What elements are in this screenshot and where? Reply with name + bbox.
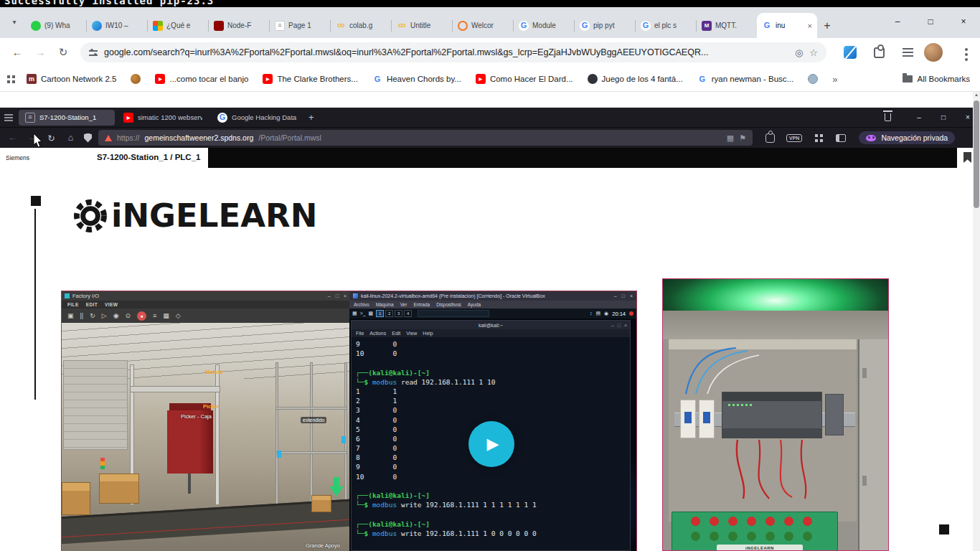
google-icon: G: [372, 74, 382, 84]
reload-button[interactable]: ↻: [55, 44, 72, 61]
firefox-minimize-button[interactable]: –: [907, 108, 931, 127]
tab-label: colab.g: [349, 22, 386, 29]
tracking-shield-icon[interactable]: [84, 133, 92, 143]
extension-feather-icon[interactable]: [844, 46, 857, 59]
bookmark-heaven-chords-by-[interactable]: GHeaven Chords by...: [372, 74, 461, 84]
tab-close-icon[interactable]: ×: [808, 22, 812, 30]
forward-button[interactable]: →: [32, 44, 49, 61]
terminal-line: [356, 358, 626, 367]
site-bookmark-icon[interactable]: [963, 152, 971, 163]
bookmark-star-icon[interactable]: ☆: [809, 47, 818, 58]
maximize-button[interactable]: □: [914, 7, 947, 38]
workspace-1: 1: [376, 310, 384, 317]
bookmark--como-tocar-el-banjo[interactable]: ▶...como tocar el banjo: [155, 74, 248, 84]
chrome-window-controls: – □ ×: [881, 7, 980, 38]
chrome-tab-inu[interactable]: Ginu×: [757, 13, 817, 38]
firefox-url-bar[interactable]: https://gemeinschaftweener2.spdns.org/Po…: [98, 130, 753, 146]
containers-grid-icon[interactable]: [815, 134, 823, 142]
firefox-back-button[interactable]: ←: [4, 133, 21, 143]
site-header-band: [208, 148, 957, 168]
site-header-strip: Siemens S7-1200-Station_1 / PLC_1: [0, 148, 980, 168]
label-motor2: Motor2: [205, 369, 223, 375]
bookmark-como-hacer-el-dard-[interactable]: ▶Como Hacer El Dard...: [476, 74, 573, 84]
bookmarks-overflow-chevron[interactable]: »: [832, 74, 837, 85]
sidebar-toggle-icon[interactable]: [836, 134, 846, 142]
tag-marker: [277, 451, 281, 458]
terminal-line: 1 1: [356, 387, 626, 396]
bookmark-globe[interactable]: [808, 74, 818, 84]
minimize-button[interactable]: –: [881, 7, 914, 38]
tab-label: IW10 –: [105, 22, 142, 29]
reading-list-icon[interactable]: [903, 48, 913, 57]
virtualbox-menubar: ArchivoMáquinaVerEntradaDispositivosAyud…: [349, 301, 636, 309]
toolbar-icon: ↻: [90, 312, 95, 319]
scrollbar-thumb[interactable]: [974, 100, 979, 208]
picker-machine: [167, 410, 213, 474]
door-hinge: [862, 368, 867, 378]
maximize-icon: □: [336, 293, 339, 298]
terminal-line: [356, 481, 626, 491]
address-bar[interactable]: google.com/search?q=inurl%3A%2Fportal%2F…: [80, 42, 826, 62]
firefox-extensions-icon[interactable]: [765, 133, 775, 143]
firefox-reload-button[interactable]: ↻: [43, 133, 60, 143]
bookmark-cookie[interactable]: [131, 74, 141, 84]
chrome-tab-welcor[interactable]: Welcor: [453, 13, 513, 38]
workspace-3: 3: [395, 310, 402, 317]
profile-avatar[interactable]: [924, 43, 943, 62]
menu-kebab-icon[interactable]: [965, 53, 968, 56]
chrome-tab-pip-pyt[interactable]: Gpip pyt: [575, 13, 635, 38]
chrome-tab-iw10-[interactable]: IW10 –: [87, 13, 147, 38]
tab-label: Welcor: [471, 22, 508, 29]
chrome-tab-page-1[interactable]: ≡Page 1: [270, 13, 330, 38]
chrome-tab-module[interactable]: GModule: [514, 13, 574, 38]
chrome-tab--qu-e[interactable]: ¿Qué e: [148, 13, 208, 38]
new-tab-button[interactable]: +: [818, 17, 837, 35]
firefox-forward-button[interactable]: →: [24, 133, 40, 143]
firefox-tab-s7-1200-station_1[interactable]: ≡S7-1200-Station_1: [19, 110, 115, 126]
chrome-tab-untitle[interactable]: COUntitle: [392, 13, 452, 38]
chrome-tab-colab-g[interactable]: COcolab.g: [331, 13, 391, 38]
google-icon: G: [762, 21, 772, 31]
bookmark-juego-de-los-4-fant-[interactable]: Juego de los 4 fantá...: [588, 74, 683, 84]
apps-grid-icon[interactable]: [7, 75, 15, 83]
bookmark-ryan-newman-busc-[interactable]: Gryan newman - Busc...: [697, 74, 793, 84]
label-grande-apoyo: Grande Apoyo: [306, 542, 340, 549]
tab-search-chevron-icon[interactable]: ▾: [6, 14, 23, 31]
chrome-tab-node-f[interactable]: Node-F: [209, 13, 269, 38]
all-bookmarks-button[interactable]: All Bookmarks: [903, 75, 971, 83]
firefox-tab-simatic-1200-webserver-y[interactable]: ▶simatic 1200 webserver - Y: [117, 110, 209, 126]
firefox-home-button[interactable]: ⌂: [62, 133, 79, 143]
chrome-tab-el-plc-s[interactable]: Gel plc s: [636, 13, 696, 38]
video-player[interactable]: Factory I/O – □ × FILEEDITVIEW ▣||↻▷◉⊙●≡…: [61, 291, 637, 551]
bookmarks-list: mCartoon Network 2.5▶...como tocar el ba…: [27, 74, 818, 84]
close-button[interactable]: ×: [947, 7, 980, 38]
url-path: /Portal/Portal.mwsl: [258, 133, 721, 142]
google-icon: G: [641, 21, 651, 31]
terminal-line: 3 0: [356, 405, 626, 415]
cabinet-wall: [663, 311, 888, 339]
tab-list-icon[interactable]: [4, 114, 13, 121]
trash-icon[interactable]: [885, 113, 891, 121]
factoryio-title: Factory I/O: [72, 293, 99, 299]
bookmark-the-clarke-brothers-[interactable]: ▶The Clarke Brothers...: [263, 74, 357, 84]
menu-item: Archivo: [354, 302, 369, 307]
chrome-tab--9-wha[interactable]: (9) Wha: [26, 13, 86, 38]
firefox-new-tab-button[interactable]: +: [308, 112, 314, 123]
bookmark-flag-icon[interactable]: ⚑: [739, 133, 746, 143]
video-play-button[interactable]: ▶: [468, 421, 514, 467]
back-button[interactable]: ←: [9, 44, 26, 61]
panel-icon: >_: [360, 311, 366, 316]
site-settings-icon[interactable]: [89, 48, 98, 57]
vpn-badge[interactable]: VPN: [786, 134, 802, 142]
firefox-tab-google-hacking-database[interactable]: GGoogle Hacking Database: [211, 110, 303, 126]
menu-item: FILE: [67, 302, 79, 307]
qr-grid-icon[interactable]: ▦: [727, 133, 734, 143]
scrollbar-up-arrow[interactable]: ▲: [973, 93, 980, 97]
drop-arrow-icon: [329, 486, 344, 496]
extensions-puzzle-icon[interactable]: [874, 47, 885, 58]
location-icon[interactable]: ◎: [795, 47, 803, 58]
bookmark-cartoon-network-2-5[interactable]: mCartoon Network 2.5: [27, 74, 116, 84]
chrome-tab-mqtt-[interactable]: MMQTT.: [697, 13, 757, 38]
page-scrollbar[interactable]: ▲: [973, 92, 980, 551]
firefox-maximize-button[interactable]: □: [931, 108, 956, 127]
